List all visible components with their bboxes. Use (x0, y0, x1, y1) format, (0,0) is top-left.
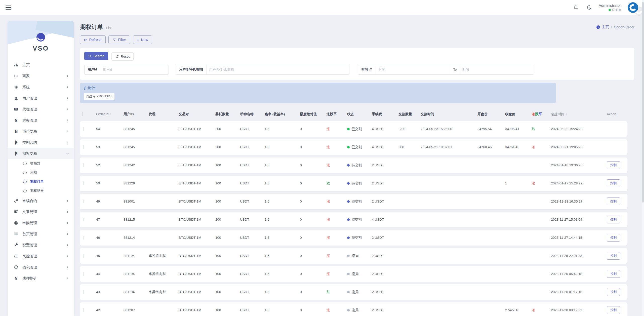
user-name: Administrator (599, 3, 621, 8)
sidebar-subitem-option-order[interactable]: 期权订单 (8, 177, 74, 186)
radio-circle-icon (23, 171, 27, 174)
cell-order-id: 47 (94, 218, 122, 221)
cell-updown: 跌 (325, 181, 345, 186)
filter-button[interactable]: Filter (108, 35, 130, 44)
row-checkbox[interactable] (84, 181, 84, 185)
row-checkbox[interactable] (84, 236, 84, 240)
user-input[interactable] (206, 65, 349, 74)
status-dot (347, 291, 350, 293)
page-title: 期权订单 (80, 23, 103, 31)
row-checkbox[interactable] (84, 200, 84, 203)
sidebar-item-merchant[interactable]: 商家 (8, 70, 74, 82)
sidebar-item-system[interactable]: 系统 (8, 82, 74, 93)
sidebar-item-agent-mgmt[interactable]: 代理管理 (8, 104, 74, 115)
cell-user-id: 881001 (122, 200, 147, 203)
select-all-checkbox[interactable] (82, 112, 83, 116)
sidebar-item-wallet-mgmt[interactable]: 钱包管理 (8, 262, 74, 273)
sidebar-item-subscription-mgmt[interactable]: 申购管理 (8, 217, 74, 228)
hamburger-menu-icon[interactable] (6, 6, 11, 10)
chevron-left-icon (66, 233, 69, 235)
cell-updown: 涨 (325, 199, 345, 204)
notifications-bell-icon[interactable] (573, 4, 579, 11)
breadcrumb-home-link[interactable]: 主页 (596, 25, 609, 29)
merchant-icon (13, 74, 19, 78)
cell-close-price: 1 (503, 181, 530, 185)
sidebar-item-option-trade[interactable]: ₿ 期权交易 (8, 148, 74, 159)
reset-button[interactable]: ↺ Reset (111, 52, 134, 61)
control-button[interactable]: 控制 (607, 288, 620, 296)
sidebar-item-spot-trade[interactable]: B 币币交易 (8, 126, 74, 137)
header-created[interactable]: 创建时间↑ (549, 112, 605, 116)
cell-created: 2023-11-20 06:42:18 (549, 272, 605, 276)
sidebar-item-finance-mgmt[interactable]: $ 财务管理 (8, 115, 74, 126)
cell-odds: 1.5 (263, 308, 298, 312)
cell-fee: 2 USDT (370, 272, 396, 276)
sidebar-item-homepage-mgmt[interactable]: 首页管理 (8, 228, 74, 240)
header-updown-result: 涨跌平 (530, 112, 549, 116)
status-dot (347, 164, 350, 167)
cell-coin: USDT (238, 145, 263, 149)
indent-list-icon (13, 254, 19, 258)
dark-mode-moon-icon[interactable] (586, 4, 592, 11)
cell-range: 0 (298, 272, 325, 276)
header-order-id[interactable]: Order Id↑ (94, 112, 122, 116)
control-button[interactable]: 控制 (607, 270, 620, 278)
control-button[interactable]: 控制 (607, 216, 620, 223)
sidebar-item-label: 交割合约 (22, 140, 37, 145)
control-button[interactable]: 控制 (607, 161, 620, 169)
search-panel: Search ↺ Reset 用户Id 用户名/手机/邮箱 时间 (80, 48, 634, 80)
time-to-input[interactable] (460, 65, 534, 74)
sidebar-item-perpetual-contract[interactable]: 永续合约 (8, 195, 74, 206)
sidebar-item-article-mgmt[interactable]: 文章管理 (8, 206, 74, 217)
row-checkbox[interactable] (84, 145, 84, 149)
user-status-label: Online (612, 8, 621, 12)
sidebar-item-user-mgmt[interactable]: 用户管理 (8, 93, 74, 104)
user-avatar[interactable] (627, 2, 638, 13)
calendar-icon (369, 68, 373, 71)
plus-icon: + (137, 38, 139, 42)
row-checkbox[interactable] (84, 272, 84, 276)
sort-asc-icon: ↑ (110, 112, 111, 116)
page-subtitle: List (106, 26, 112, 30)
search-button[interactable]: Search (84, 52, 108, 60)
sidebar-item-risk-mgmt[interactable]: 风控管理 (8, 251, 74, 262)
sidebar-subitem-trading-pair[interactable]: 交易对 (8, 159, 74, 168)
control-button[interactable]: 控制 (607, 198, 620, 205)
cell-status: 流局 (345, 308, 370, 312)
row-checkbox[interactable] (84, 290, 84, 294)
row-checkbox[interactable] (84, 218, 84, 221)
cell-coin: USDT (238, 308, 263, 312)
new-button[interactable]: + New (133, 35, 152, 44)
status-label: 流局 (352, 272, 358, 276)
control-button[interactable]: 控制 (607, 179, 620, 187)
row-checkbox[interactable] (84, 163, 84, 167)
cell-updown: 涨 (325, 235, 345, 240)
time-from-input[interactable] (376, 65, 450, 74)
sidebar-item-delivery-contract[interactable]: ₿ 交割合约 (8, 137, 74, 148)
page-scrollbar-thumb[interactable] (642, 2, 644, 203)
sidebar-item-label: 商家 (22, 74, 30, 78)
sidebar-item-config-mgmt[interactable]: 配置管理 (8, 240, 74, 251)
row-checkbox[interactable] (84, 308, 84, 312)
sidebar-item-staking-mining[interactable]: ¥ 质押挖矿 (8, 273, 74, 284)
bar-chart-icon (13, 63, 19, 67)
sidebar-subitem-period[interactable]: 周期 (8, 168, 74, 177)
cell-updown: 涨 (325, 127, 345, 131)
control-button[interactable]: 控制 (607, 234, 620, 242)
chevron-left-icon (66, 119, 69, 122)
status-dot (347, 146, 350, 148)
row-checkbox[interactable] (84, 254, 84, 258)
sidebar-subitem-option-scene[interactable]: 期权场景 (8, 186, 74, 195)
control-button[interactable]: 控制 (607, 306, 620, 314)
sidebar-item-home[interactable]: 主页 (8, 59, 74, 70)
refresh-button[interactable]: ⟳ Refresh (80, 35, 106, 44)
option-trade-submenu: 交易对 周期 期权订单 期权场景 (8, 159, 74, 195)
header-close-price: 收盘价 (503, 112, 530, 116)
control-button[interactable]: 控制 (607, 252, 620, 260)
cell-fee: 2 USDT (370, 181, 396, 185)
row-checkbox[interactable] (84, 127, 84, 131)
header-user-id: 用户ID (122, 112, 147, 116)
user-id-input[interactable] (100, 65, 169, 74)
cell-fee: 2 USDT (370, 290, 396, 294)
table-row: 49 881001 BTC/USDT-1M 100 USDT 1.5 0 涨 待… (80, 194, 627, 209)
